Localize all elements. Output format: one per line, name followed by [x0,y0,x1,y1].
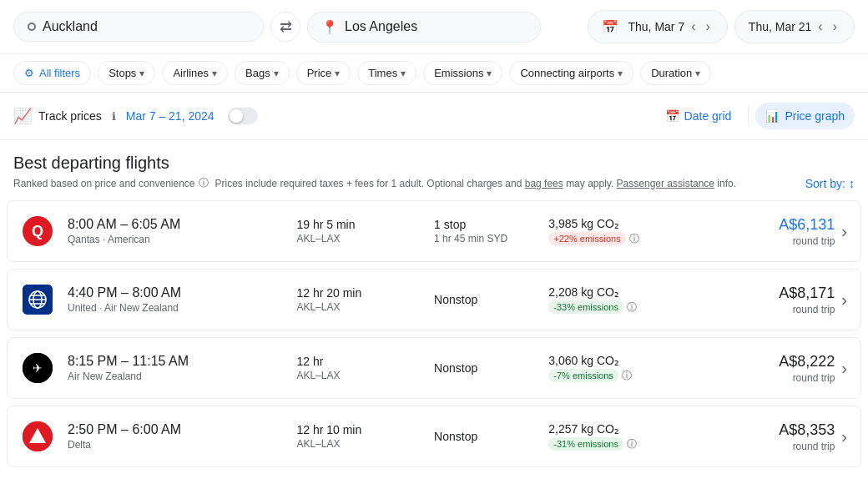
price-graph-button[interactable]: 📊 Price graph [755,103,855,129]
destination-pin-icon: 📍 [321,19,338,35]
emissions-badge: -33% emissions [548,300,623,314]
flight-price: A$8,222 round trip [720,353,835,384]
return-prev-button[interactable]: ‹ [815,18,825,36]
swap-button[interactable]: ⇄ [270,12,300,42]
flight-price: A$6,131 round trip [720,216,835,247]
flight-duration: 12 hr AKL–LAX [296,355,434,381]
price-label: round trip [720,235,835,247]
flights-subtitle: Ranked based on price and convenience ⓘ … [13,176,855,190]
track-right-section: 📅 Date grid 📊 Price graph [655,103,855,129]
depart-date: Thu, Mar 7 [628,20,685,33]
date-grid-button[interactable]: 📅 Date grid [655,103,742,129]
bag-fees-link[interactable]: bag fees [525,178,563,189]
flight-stops: 1 stop 1 hr 45 min SYD [434,218,548,244]
passenger-assistance-link[interactable]: Passenger assistance [617,178,714,189]
destination-box[interactable]: 📍 Los Angeles [307,12,541,43]
stops-value: Nonstop [434,293,548,306]
filter-bags-button[interactable]: Bags ▾ [235,61,290,85]
airline-name: Delta [68,439,296,451]
flight-emissions: 2,208 kg CO₂ -33% emissions ⓘ [548,285,720,315]
emissions-info-icon[interactable]: ⓘ [627,300,637,315]
filter-duration-button[interactable]: Duration ▾ [640,61,711,85]
info-circle-icon[interactable]: ⓘ [199,176,209,190]
filter-times-button[interactable]: Times ▾ [357,61,416,85]
depart-next-button[interactable]: › [703,18,714,36]
flights-header: Best departing flights Ranked based on p… [0,140,868,194]
airline-name: United · Air New Zealand [68,302,296,314]
flight-row[interactable]: Q 8:00 AM – 6:05 AM Qantas · American 19… [7,200,861,262]
emissions-value: 3,060 kg CO₂ [548,354,720,367]
emissions-badge: +22% emissions [548,232,625,245]
stops-value: Nonstop [434,361,548,375]
track-prices-toggle[interactable] [228,108,258,124]
flight-duration: 19 hr 5 min AKL–LAX [296,218,434,244]
price-value: A$8,353 [720,421,835,439]
flight-stops: Nonstop [434,430,548,443]
filter-sliders-icon: ⚙ [24,67,34,79]
track-date-range: Mar 7 – 21, 2024 [126,109,214,123]
return-next-button[interactable]: › [830,18,840,36]
sort-by-button[interactable]: Sort by: ↕ [805,177,855,190]
flight-row[interactable]: 4:40 PM – 8:00 AM United · Air New Zeala… [7,269,861,330]
price-value: A$8,222 [720,353,835,370]
flight-row[interactable]: 2:50 PM – 6:00 AM Delta 12 hr 10 min AKL… [7,406,861,467]
filter-emissions-button[interactable]: Emissions ▾ [423,61,502,85]
track-left-section: 📈 Track prices ℹ Mar 7 – 21, 2024 [13,107,258,125]
united-globe-icon [23,285,53,315]
date-grid-icon: 📅 [665,109,679,123]
all-filters-button[interactable]: ⚙ All filters [13,61,91,85]
expand-button[interactable]: › [835,424,847,450]
calendar-icon: 📅 [602,19,618,35]
airline-name: Air New Zealand [68,370,296,382]
expand-button[interactable]: › [835,287,847,313]
filter-price-button[interactable]: Price ▾ [296,61,351,85]
price-value: A$8,171 [720,285,835,302]
airnz-logo: ✈ [23,353,53,383]
time-range: 2:50 PM – 6:00 AM [68,422,296,437]
depart-date-group[interactable]: 📅 Thu, Mar 7 ‹ › [588,10,728,43]
sort-icon: ↕ [849,177,855,190]
ranked-text: Ranked based on price and convenience [13,178,195,189]
toggle-knob [230,109,243,123]
flight-emissions: 3,985 kg CO₂ +22% emissions ⓘ [548,217,720,246]
emissions-note: -7% emissions ⓘ [548,369,720,383]
emissions-info-icon[interactable]: ⓘ [627,437,637,451]
expand-button[interactable]: › [835,355,847,381]
duration-value: 12 hr 20 min [296,286,434,300]
search-bar: Auckland ⇄ 📍 Los Angeles 📅 Thu, Mar 7 ‹ … [0,0,868,54]
filter-connecting-button[interactable]: Connecting airports ▾ [509,61,633,85]
flight-times: 4:40 PM – 8:00 AM United · Air New Zeala… [68,285,296,314]
route: AKL–LAX [296,233,434,244]
expand-button[interactable]: › [835,219,847,244]
duration-value: 12 hr [296,355,434,368]
depart-prev-button[interactable]: ‹ [688,18,699,36]
filter-stops-button[interactable]: Stops ▾ [98,61,155,85]
flight-stops: Nonstop [434,361,548,375]
taxes-note: Prices include required taxes + fees for… [215,178,802,189]
return-date-group[interactable]: Thu, Mar 21 ‹ › [734,10,855,43]
airline-logo: Q [21,214,54,248]
emissions-info-icon[interactable]: ⓘ [629,232,639,246]
emissions-note: -33% emissions ⓘ [548,300,720,315]
return-date: Thu, Mar 21 [749,20,811,33]
emissions-info-icon[interactable]: ⓘ [622,369,632,383]
airline-logo [21,283,54,316]
filters-bar: ⚙ All filters Stops ▾ Airlines ▾ Bags ▾ … [0,54,868,93]
emissions-badge: -7% emissions [548,369,618,382]
price-label: round trip [720,441,835,452]
airnz-fern-icon: ✈ [23,353,53,383]
route: AKL–LAX [296,438,434,450]
origin-box[interactable]: Auckland [13,12,264,42]
airline-logo [21,420,54,453]
flight-stops: Nonstop [434,293,548,306]
track-info-icon[interactable]: ℹ [112,110,116,123]
delta-triangle-icon [23,421,53,451]
filter-airlines-button[interactable]: Airlines ▾ [162,61,228,85]
price-graph-icon: 📊 [765,109,780,123]
delta-logo [23,421,53,451]
time-range: 8:15 PM – 11:15 AM [68,354,296,369]
time-range: 8:00 AM – 6:05 AM [68,217,296,232]
route: AKL–LAX [296,301,434,313]
flight-emissions: 2,257 kg CO₂ -31% emissions ⓘ [548,422,720,451]
flight-row[interactable]: ✈ 8:15 PM – 11:15 AM Air New Zealand 12 … [7,337,861,399]
